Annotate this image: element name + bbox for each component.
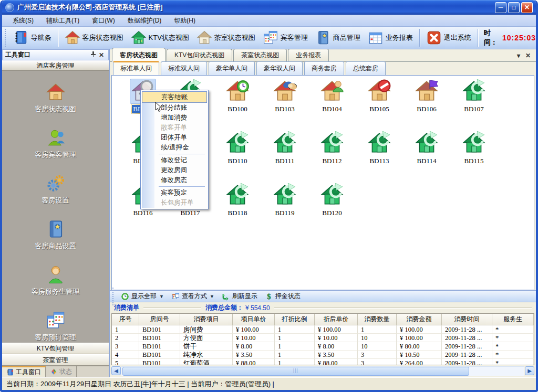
context-menu-item-11[interactable]: 宾客预定 bbox=[142, 188, 207, 198]
room-BD106[interactable]: BD106 bbox=[403, 79, 450, 113]
room-label: BD118 bbox=[226, 209, 248, 217]
sidebar-bottom-tab-0[interactable]: 工具窗口 bbox=[2, 366, 46, 377]
room-BD118[interactable]: BD118 bbox=[214, 183, 261, 217]
room-label: BD114 bbox=[416, 157, 437, 165]
sidebar-item-0[interactable]: 客房状态视图 bbox=[35, 82, 76, 114]
room-type-tab-3[interactable]: 豪华双人间 bbox=[256, 61, 303, 75]
room-BD111[interactable]: BD111 bbox=[261, 131, 308, 165]
maximize-button[interactable]: □ bbox=[508, 2, 520, 13]
room-BD112[interactable]: BD112 bbox=[308, 131, 356, 165]
room-BD119[interactable]: BD119 bbox=[261, 183, 308, 217]
room-BD105[interactable]: BD105 bbox=[356, 79, 403, 113]
sidebar-group-header[interactable]: 酒店客房管理 bbox=[2, 60, 109, 71]
toolbar-button-exit-x[interactable]: 退出系统 bbox=[422, 28, 475, 47]
action-button-1[interactable]: 查看方式▼ bbox=[168, 291, 218, 301]
scrollbar-thumb[interactable] bbox=[122, 367, 469, 376]
tab-dropdown-icon[interactable]: ▾ bbox=[517, 52, 520, 59]
menu-item-4[interactable]: 帮助(H) bbox=[168, 15, 202, 27]
table-header-cell: 打折比例 bbox=[275, 314, 315, 325]
room-BD104[interactable]: BD104 bbox=[308, 79, 356, 113]
room-type-tab-5[interactable]: 总统套房 bbox=[346, 61, 386, 75]
room-BD103[interactable]: BD103 bbox=[261, 79, 308, 113]
menu-item-2[interactable]: 窗口(W) bbox=[86, 15, 121, 27]
book-blue-icon bbox=[315, 30, 331, 46]
tab-close-icon[interactable]: ✕ bbox=[525, 52, 531, 59]
menu-item-3[interactable]: 数据维护(D) bbox=[121, 15, 168, 27]
table-row-0[interactable]: 1BD101房间费¥ 100.001¥ 100.001¥ 100.002009-… bbox=[112, 325, 534, 334]
table-row-4[interactable]: 5BD101红葡萄酒¥ 88.001¥ 88.003¥ 264.002009-1… bbox=[112, 359, 534, 365]
context-menu-item-12[interactable]: 长包房开单 bbox=[142, 198, 207, 208]
room-label: BD115 bbox=[463, 157, 484, 165]
sidebar-group-bar-1[interactable]: 茶室管理 bbox=[2, 354, 109, 366]
room-state-icon-wrap bbox=[366, 79, 392, 104]
room-state-icon-wrap bbox=[272, 79, 298, 104]
sidebar-close-icon[interactable]: ✕ bbox=[97, 51, 106, 59]
context-menu-item-1[interactable]: 部分结账 bbox=[142, 103, 207, 113]
room-type-tab-0[interactable]: 标准单人间 bbox=[113, 61, 159, 75]
table-cell: ¥ 100.00 bbox=[233, 325, 275, 334]
pin-icon[interactable] bbox=[89, 51, 97, 59]
sidebar-item-3[interactable]: 客房商品设置 bbox=[35, 219, 76, 251]
toolbar-button-house-tan[interactable]: 茶室状态视图 bbox=[193, 28, 259, 47]
view-tab-3[interactable]: 业务报表 bbox=[288, 49, 329, 61]
room-BD115[interactable]: BD115 bbox=[450, 131, 498, 165]
context-menu-item-4[interactable]: 团体开单 bbox=[142, 133, 207, 143]
room-type-tab-1[interactable]: 标准双人间 bbox=[161, 61, 207, 75]
context-menu-item-0[interactable]: 宾客结账 bbox=[142, 91, 207, 103]
room-flag-icon bbox=[415, 79, 439, 103]
context-menu-item-8[interactable]: 更改房间 bbox=[142, 165, 207, 175]
table-row-3[interactable]: 4BD101纯净水¥ 3.501¥ 3.503¥ 10.502009-11-28… bbox=[112, 351, 534, 359]
room-state-icon-wrap bbox=[461, 79, 487, 104]
sidebar-bottom-tab-1[interactable]: 状态 bbox=[46, 366, 77, 377]
context-menu-item-2[interactable]: 增加消费 bbox=[142, 113, 207, 123]
room-BD114[interactable]: BD114 bbox=[403, 131, 450, 165]
minimize-button[interactable]: ─ bbox=[495, 2, 506, 13]
sidebar-item-1[interactable]: 客房宾客管理 bbox=[35, 128, 76, 160]
toolbar-button-navigator[interactable]: 导航条 bbox=[9, 28, 55, 47]
menu-item-1[interactable]: 辅助工具(T) bbox=[40, 15, 86, 27]
table-cell: ¥ 8.00 bbox=[315, 342, 358, 351]
room-BD110[interactable]: BD110 bbox=[214, 131, 261, 165]
close-button[interactable]: ✕ bbox=[521, 2, 533, 13]
toolbar-button-book-blue[interactable]: 商品管理 bbox=[312, 28, 364, 47]
action-button-2[interactable]: 刷新显示 bbox=[218, 291, 261, 301]
scrollbar-track[interactable] bbox=[121, 366, 524, 376]
toolbar-button-report-grid[interactable]: 业务报表 bbox=[364, 28, 417, 47]
view-tab-1[interactable]: KTV包间状态视图 bbox=[167, 49, 232, 61]
scroll-left-arrow[interactable]: ◀ bbox=[111, 366, 121, 375]
action-button-3[interactable]: $押金状态 bbox=[261, 291, 304, 301]
room-label: BD106 bbox=[416, 105, 438, 113]
table-row-1[interactable]: 2BD101方便面¥ 10.001¥ 10.0010¥ 100.002009-1… bbox=[112, 334, 534, 342]
sidebar-bottom-tab-label: 状态 bbox=[59, 367, 72, 376]
toolbar-button-calendar-cards[interactable]: 宾客管理 bbox=[259, 28, 312, 47]
room-BD107[interactable]: BD107 bbox=[450, 79, 498, 113]
sidebar-item-4[interactable]: 客房服务生管理 bbox=[32, 265, 79, 296]
context-menu-item-5[interactable]: 续/退押金 bbox=[142, 143, 207, 153]
action-button-0[interactable]: 显示全部▼ bbox=[117, 291, 168, 301]
room-BD113[interactable]: BD113 bbox=[356, 131, 403, 165]
table-cell: ¥ 10.50 bbox=[397, 351, 442, 359]
sidebar-item-5[interactable]: 客房预订管理 bbox=[35, 311, 76, 342]
clock-display: 时间：10:25:03 bbox=[481, 28, 536, 47]
menu-item-0[interactable]: 系统(S) bbox=[6, 15, 40, 27]
room-type-tab-4[interactable]: 商务套房 bbox=[304, 61, 344, 75]
toolbar-button-house-green[interactable]: KTV状态视图 bbox=[127, 28, 193, 47]
table-cell: ¥ 100.00 bbox=[397, 325, 442, 334]
table-row-2[interactable]: 3BD101饼干¥ 8.001¥ 8.0010¥ 80.002009-11-28… bbox=[112, 342, 534, 351]
room-BD120[interactable]: BD120 bbox=[308, 183, 356, 217]
sidebar-group-bar-0[interactable]: KTV包间管理 bbox=[2, 343, 109, 354]
toolbar-button-house-red[interactable]: 客房状态视图 bbox=[61, 28, 127, 47]
view-tab-0[interactable]: 客房状态视图 bbox=[112, 48, 165, 62]
scroll-right-arrow[interactable]: ▶ bbox=[525, 366, 534, 375]
room-type-tab-2[interactable]: 豪华单人间 bbox=[209, 61, 255, 75]
room-label: BD117 bbox=[179, 209, 201, 217]
table-cell: * bbox=[492, 325, 534, 334]
context-menu-item-9[interactable]: 修改房态 bbox=[142, 175, 207, 185]
sidebar-item-2[interactable]: 客房设置 bbox=[42, 174, 69, 205]
context-menu-item-7[interactable]: 修改登记 bbox=[142, 155, 207, 165]
table-header-cell: 消费项目 bbox=[180, 314, 233, 325]
context-menu-item-3[interactable]: 散客开单 bbox=[142, 123, 207, 133]
view-tab-2[interactable]: 茶室状态视图 bbox=[233, 49, 287, 61]
room-BD100[interactable]: BD100 bbox=[214, 79, 261, 113]
context-menu-separator bbox=[159, 154, 205, 154]
